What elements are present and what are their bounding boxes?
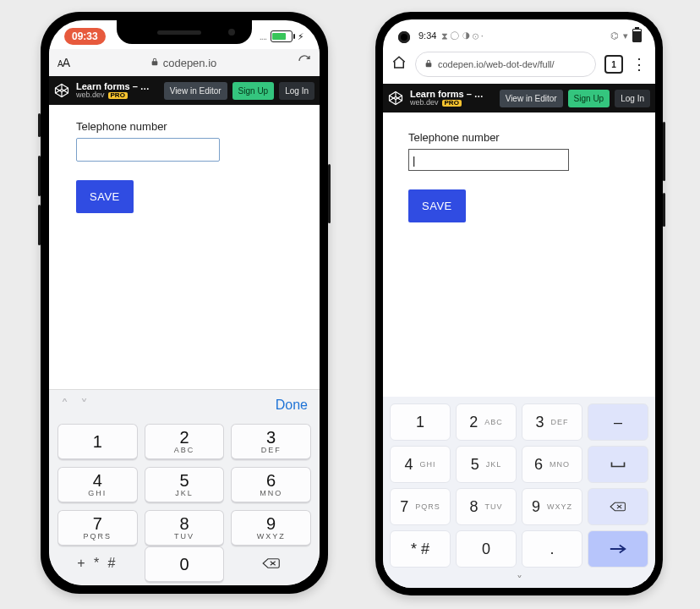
android-time: 9:34 — [418, 30, 436, 41]
ios-signal-icon: .... — [260, 31, 266, 41]
kb-key-1[interactable]: 1 — [390, 403, 451, 441]
pro-badge: PRO — [108, 92, 128, 99]
view-in-editor-button[interactable]: View in Editor — [500, 90, 563, 107]
tel-label: Telephone number — [408, 131, 630, 144]
kb-key-8[interactable]: 8TUV — [456, 488, 517, 525]
android-status-bar: 9:34 ⧗ ◯ ◑ ⊙ · ⌬ ▾ — [383, 26, 655, 45]
codepen-header: Learn forms – virt… web.dev PRO View in … — [383, 84, 655, 112]
ios-keyboard: ˄ ˅ Done 12ABC3DEF4GHI5JKL6MNO7PQRS8TUV9… — [49, 389, 320, 585]
lock-icon — [424, 58, 433, 70]
kb-key-5[interactable]: 5JKL — [145, 467, 225, 503]
ios-charging-icon: ⚡︎ — [298, 31, 304, 42]
kb-key-7[interactable]: 7PQRS — [57, 510, 138, 546]
kb-key-5[interactable]: 5JKL — [456, 446, 517, 483]
kb-key-*#[interactable]: * # — [390, 530, 451, 568]
kb-key-4[interactable]: 4GHI — [390, 446, 451, 483]
iphone-device: 09:33 .... ⚡︎ AA codepen.io — [41, 12, 328, 594]
pen-author[interactable]: web.dev — [410, 99, 439, 107]
ios-time-pill: 09:33 — [64, 28, 106, 45]
kb-key-9[interactable]: 9WXYZ — [522, 488, 582, 525]
kb-prev-field-button[interactable]: ˄ — [61, 397, 68, 414]
chrome-url-text: codepen.io/web-dot-dev/full/ — [438, 59, 555, 69]
kb-key-7[interactable]: 7PQRS — [390, 488, 451, 525]
kb-key-2[interactable]: 2ABC — [456, 403, 517, 441]
tel-input[interactable] — [408, 149, 569, 171]
tel-label: Telephone number — [76, 120, 293, 133]
codepen-logo-icon — [388, 91, 403, 106]
chrome-tabs-button[interactable]: 1 — [604, 55, 623, 74]
kb-go-key[interactable] — [588, 530, 648, 568]
safari-toolbar: AA codepen.io — [49, 49, 320, 76]
ios-battery-icon — [271, 30, 293, 42]
iphone-vol-down — [38, 205, 41, 245]
save-button[interactable]: SAVE — [408, 189, 466, 222]
kb-key-–[interactable]: – — [588, 403, 648, 441]
kb-key-0[interactable]: 0 — [145, 546, 225, 583]
android-power — [663, 193, 665, 227]
kb-backspace-key[interactable] — [588, 488, 648, 525]
kb-key-6[interactable]: 6MNO — [522, 446, 582, 483]
kb-backspace-key[interactable] — [231, 546, 311, 580]
kb-key-9[interactable]: 9WXYZ — [231, 510, 311, 546]
android-vpn-icon: ⌬ — [610, 30, 619, 41]
chrome-omnibox[interactable]: codepen.io/web-dot-dev/full/ — [415, 52, 596, 77]
login-button[interactable]: Log In — [615, 90, 650, 107]
iphone-silence-switch — [38, 113, 41, 137]
login-button[interactable]: Log In — [279, 82, 314, 100]
iphone-vol-up — [38, 156, 41, 196]
android-device: 9:34 ⧗ ◯ ◑ ⊙ · ⌬ ▾ codepen.io/web- — [375, 12, 663, 595]
android-keyboard: 12ABC3DEF–4GHI5JKL6MNO7PQRS8TUV9WXYZ* #0… — [383, 397, 655, 588]
kb-key-4[interactable]: 4GHI — [57, 467, 138, 503]
safari-url-text: codepen.io — [163, 57, 217, 69]
codepen-header: Learn forms – virt… web.dev PRO View in … — [49, 76, 320, 105]
form-area: Telephone number SAVE — [383, 112, 655, 403]
android-wifi-icon: ▾ — [623, 30, 628, 41]
chrome-home-button[interactable] — [391, 55, 407, 74]
codepen-logo-icon — [54, 83, 69, 98]
lock-icon — [150, 57, 159, 69]
pen-author[interactable]: web.dev — [76, 91, 105, 99]
iphone-screen: 09:33 .... ⚡︎ AA codepen.io — [49, 20, 320, 585]
save-button[interactable]: SAVE — [76, 180, 134, 213]
view-in-editor-button[interactable]: View in Editor — [164, 82, 227, 100]
safari-reload-button[interactable] — [298, 54, 311, 71]
kb-key-3[interactable]: 3DEF — [231, 424, 311, 460]
kb-symbols-key[interactable]: + * # — [57, 546, 138, 580]
kb-collapse-button[interactable]: ˅ — [517, 573, 522, 587]
kb-space-key[interactable] — [588, 446, 648, 483]
ios-status-bar: 09:33 .... ⚡︎ — [49, 25, 320, 47]
android-vol — [663, 122, 665, 181]
kb-key-8[interactable]: 8TUV — [145, 510, 225, 546]
signup-button[interactable]: Sign Up — [568, 90, 610, 107]
kb-key-2[interactable]: 2ABC — [145, 424, 225, 460]
android-status-left-icons: ⧗ ◯ ◑ ⊙ · — [441, 30, 483, 41]
safari-text-size-button[interactable]: AA — [57, 56, 69, 69]
iphone-power — [328, 164, 331, 223]
form-area: Telephone number SAVE — [49, 105, 320, 389]
kb-key-3[interactable]: 3DEF — [522, 403, 582, 441]
pro-badge: PRO — [442, 100, 462, 107]
signup-button[interactable]: Sign Up — [232, 82, 275, 100]
tel-input[interactable] — [76, 138, 220, 162]
kb-key-6[interactable]: 6MNO — [231, 467, 311, 503]
kb-key-.[interactable]: . — [522, 530, 582, 568]
kb-key-0[interactable]: 0 — [456, 530, 517, 568]
kb-done-button[interactable]: Done — [276, 398, 308, 413]
android-screen: 9:34 ⧗ ◯ ◑ ⊙ · ⌬ ▾ codepen.io/web- — [383, 19, 655, 588]
chrome-toolbar: codepen.io/web-dot-dev/full/ 1 ⋮ — [383, 48, 655, 80]
kb-next-field-button[interactable]: ˅ — [80, 397, 88, 414]
android-battery-icon — [632, 29, 642, 42]
safari-url[interactable]: codepen.io — [78, 57, 289, 69]
kb-key-1[interactable]: 1 — [57, 424, 138, 460]
